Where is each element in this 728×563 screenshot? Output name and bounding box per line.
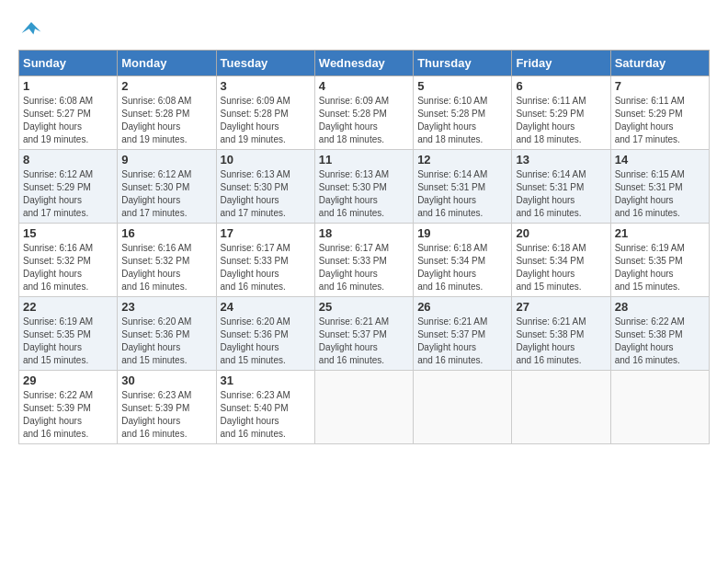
day-number: 20 <box>516 226 606 240</box>
day-number: 10 <box>221 153 311 167</box>
calendar-day-cell: 24 Sunrise: 6:20 AM Sunset: 5:36 PM Dayl… <box>216 297 314 371</box>
day-number: 11 <box>319 153 409 167</box>
calendar-day-cell: 10 Sunrise: 6:13 AM Sunset: 5:30 PM Dayl… <box>216 150 314 224</box>
day-info: Sunrise: 6:10 AM Sunset: 5:28 PM Dayligh… <box>417 95 507 146</box>
header-friday: Friday <box>512 51 610 76</box>
day-info: Sunrise: 6:20 AM Sunset: 5:36 PM Dayligh… <box>221 316 311 367</box>
calendar-day-cell: 21 Sunrise: 6:19 AM Sunset: 5:35 PM Dayl… <box>610 224 709 297</box>
day-info: Sunrise: 6:23 AM Sunset: 5:39 PM Dayligh… <box>121 389 211 441</box>
day-number: 1 <box>23 79 113 93</box>
day-info: Sunrise: 6:08 AM Sunset: 5:28 PM Dayligh… <box>121 95 211 146</box>
day-number: 6 <box>516 79 606 93</box>
calendar-empty-cell <box>512 371 610 444</box>
day-number: 17 <box>221 226 311 240</box>
day-number: 31 <box>221 373 311 387</box>
day-number: 7 <box>615 79 705 93</box>
calendar-day-cell: 19 Sunrise: 6:18 AM Sunset: 5:34 PM Dayl… <box>414 224 512 297</box>
day-number: 13 <box>516 153 606 167</box>
calendar-day-cell: 2 Sunrise: 6:08 AM Sunset: 5:28 PM Dayli… <box>118 76 216 150</box>
day-info: Sunrise: 6:21 AM Sunset: 5:37 PM Dayligh… <box>417 316 507 367</box>
calendar-empty-cell <box>610 371 709 444</box>
day-info: Sunrise: 6:23 AM Sunset: 5:40 PM Dayligh… <box>221 389 311 441</box>
day-info: Sunrise: 6:21 AM Sunset: 5:37 PM Dayligh… <box>319 316 409 367</box>
calendar-week-row: 8 Sunrise: 6:12 AM Sunset: 5:29 PM Dayli… <box>19 150 710 224</box>
day-number: 5 <box>417 79 507 93</box>
day-info: Sunrise: 6:17 AM Sunset: 5:33 PM Dayligh… <box>319 242 409 293</box>
calendar-day-cell: 29 Sunrise: 6:22 AM Sunset: 5:39 PM Dayl… <box>19 371 118 444</box>
day-number: 23 <box>121 300 211 314</box>
calendar-day-cell: 7 Sunrise: 6:11 AM Sunset: 5:29 PM Dayli… <box>610 76 709 150</box>
calendar-day-cell: 13 Sunrise: 6:14 AM Sunset: 5:31 PM Dayl… <box>512 150 610 224</box>
day-number: 30 <box>121 373 211 387</box>
calendar-day-cell: 16 Sunrise: 6:16 AM Sunset: 5:32 PM Dayl… <box>118 224 216 297</box>
calendar-week-row: 15 Sunrise: 6:16 AM Sunset: 5:32 PM Dayl… <box>19 224 710 297</box>
day-number: 26 <box>417 300 507 314</box>
calendar-day-cell: 26 Sunrise: 6:21 AM Sunset: 5:37 PM Dayl… <box>414 297 512 371</box>
day-info: Sunrise: 6:14 AM Sunset: 5:31 PM Dayligh… <box>417 168 507 220</box>
day-number: 2 <box>121 79 211 93</box>
day-info: Sunrise: 6:16 AM Sunset: 5:32 PM Dayligh… <box>121 242 211 293</box>
day-number: 14 <box>615 153 705 167</box>
day-number: 28 <box>615 300 705 314</box>
day-number: 29 <box>23 373 113 387</box>
day-info: Sunrise: 6:11 AM Sunset: 5:29 PM Dayligh… <box>516 95 606 146</box>
logo <box>18 18 42 40</box>
header-saturday: Saturday <box>610 51 709 76</box>
calendar-week-row: 29 Sunrise: 6:22 AM Sunset: 5:39 PM Dayl… <box>19 371 710 444</box>
day-number: 3 <box>221 79 311 93</box>
calendar-day-cell: 18 Sunrise: 6:17 AM Sunset: 5:33 PM Dayl… <box>314 224 413 297</box>
day-number: 12 <box>417 153 507 167</box>
calendar-empty-cell <box>314 371 413 444</box>
calendar-day-cell: 25 Sunrise: 6:21 AM Sunset: 5:37 PM Dayl… <box>314 297 413 371</box>
calendar-day-cell: 30 Sunrise: 6:23 AM Sunset: 5:39 PM Dayl… <box>118 371 216 444</box>
calendar-day-cell: 12 Sunrise: 6:14 AM Sunset: 5:31 PM Dayl… <box>414 150 512 224</box>
day-number: 25 <box>319 300 409 314</box>
day-number: 24 <box>221 300 311 314</box>
calendar-table: SundayMondayTuesdayWednesdayThursdayFrid… <box>18 50 710 444</box>
day-number: 15 <box>23 226 113 240</box>
page-header <box>18 18 710 40</box>
header-sunday: Sunday <box>19 51 118 76</box>
calendar-day-cell: 11 Sunrise: 6:13 AM Sunset: 5:30 PM Dayl… <box>314 150 413 224</box>
day-info: Sunrise: 6:13 AM Sunset: 5:30 PM Dayligh… <box>319 168 409 220</box>
calendar-empty-cell <box>414 371 512 444</box>
day-number: 27 <box>516 300 606 314</box>
calendar-day-cell: 17 Sunrise: 6:17 AM Sunset: 5:33 PM Dayl… <box>216 224 314 297</box>
header-monday: Monday <box>118 51 216 76</box>
day-number: 16 <box>121 226 211 240</box>
calendar-week-row: 22 Sunrise: 6:19 AM Sunset: 5:35 PM Dayl… <box>19 297 710 371</box>
day-info: Sunrise: 6:18 AM Sunset: 5:34 PM Dayligh… <box>516 242 606 293</box>
day-info: Sunrise: 6:17 AM Sunset: 5:33 PM Dayligh… <box>221 242 311 293</box>
day-number: 19 <box>417 226 507 240</box>
calendar-day-cell: 20 Sunrise: 6:18 AM Sunset: 5:34 PM Dayl… <box>512 224 610 297</box>
calendar-day-cell: 31 Sunrise: 6:23 AM Sunset: 5:40 PM Dayl… <box>216 371 314 444</box>
day-info: Sunrise: 6:09 AM Sunset: 5:28 PM Dayligh… <box>221 95 311 146</box>
calendar-day-cell: 28 Sunrise: 6:22 AM Sunset: 5:38 PM Dayl… <box>610 297 709 371</box>
day-number: 9 <box>121 153 211 167</box>
day-info: Sunrise: 6:08 AM Sunset: 5:27 PM Dayligh… <box>23 95 113 146</box>
day-info: Sunrise: 6:22 AM Sunset: 5:39 PM Dayligh… <box>23 389 113 441</box>
day-number: 18 <box>319 226 409 240</box>
calendar-header-row: SundayMondayTuesdayWednesdayThursdayFrid… <box>19 51 710 76</box>
day-info: Sunrise: 6:11 AM Sunset: 5:29 PM Dayligh… <box>615 95 705 146</box>
calendar-day-cell: 15 Sunrise: 6:16 AM Sunset: 5:32 PM Dayl… <box>19 224 118 297</box>
day-number: 21 <box>615 226 705 240</box>
day-info: Sunrise: 6:12 AM Sunset: 5:30 PM Dayligh… <box>121 168 211 220</box>
day-info: Sunrise: 6:19 AM Sunset: 5:35 PM Dayligh… <box>23 316 113 367</box>
calendar-day-cell: 1 Sunrise: 6:08 AM Sunset: 5:27 PM Dayli… <box>19 76 118 150</box>
day-info: Sunrise: 6:19 AM Sunset: 5:35 PM Dayligh… <box>615 242 705 293</box>
calendar-day-cell: 9 Sunrise: 6:12 AM Sunset: 5:30 PM Dayli… <box>118 150 216 224</box>
calendar-day-cell: 4 Sunrise: 6:09 AM Sunset: 5:28 PM Dayli… <box>314 76 413 150</box>
day-info: Sunrise: 6:14 AM Sunset: 5:31 PM Dayligh… <box>516 168 606 220</box>
day-number: 22 <box>23 300 113 314</box>
day-info: Sunrise: 6:20 AM Sunset: 5:36 PM Dayligh… <box>121 316 211 367</box>
header-thursday: Thursday <box>414 51 512 76</box>
day-info: Sunrise: 6:12 AM Sunset: 5:29 PM Dayligh… <box>23 168 113 220</box>
day-info: Sunrise: 6:22 AM Sunset: 5:38 PM Dayligh… <box>615 316 705 367</box>
svg-marker-0 <box>22 22 41 35</box>
calendar-day-cell: 22 Sunrise: 6:19 AM Sunset: 5:35 PM Dayl… <box>19 297 118 371</box>
calendar-day-cell: 27 Sunrise: 6:21 AM Sunset: 5:38 PM Dayl… <box>512 297 610 371</box>
calendar-week-row: 1 Sunrise: 6:08 AM Sunset: 5:27 PM Dayli… <box>19 76 710 150</box>
day-number: 4 <box>319 79 409 93</box>
day-info: Sunrise: 6:16 AM Sunset: 5:32 PM Dayligh… <box>23 242 113 293</box>
